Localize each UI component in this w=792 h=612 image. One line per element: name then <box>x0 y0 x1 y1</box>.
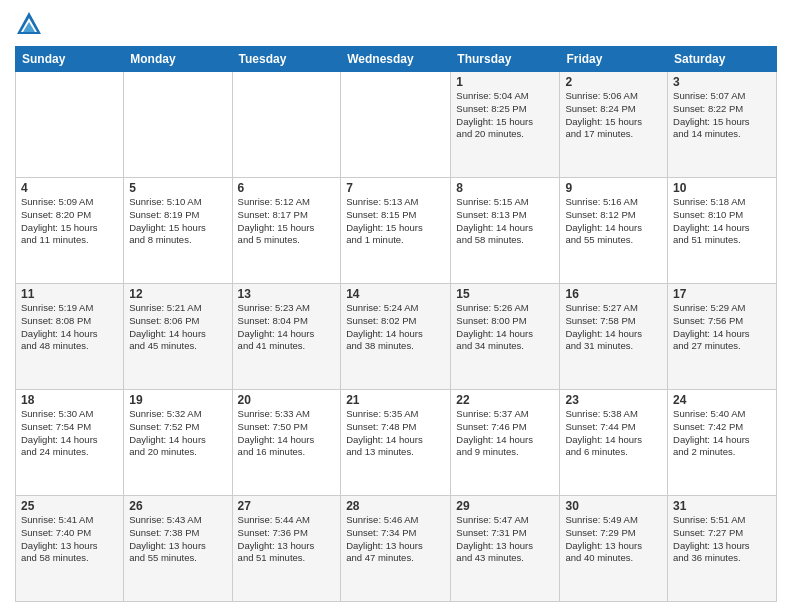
day-cell: 6Sunrise: 5:12 AM Sunset: 8:17 PM Daylig… <box>232 178 341 284</box>
day-number: 17 <box>673 287 771 301</box>
day-number: 25 <box>21 499 118 513</box>
day-info: Sunrise: 5:46 AM Sunset: 7:34 PM Dayligh… <box>346 514 445 565</box>
day-number: 23 <box>565 393 662 407</box>
day-number: 3 <box>673 75 771 89</box>
day-number: 10 <box>673 181 771 195</box>
day-info: Sunrise: 5:38 AM Sunset: 7:44 PM Dayligh… <box>565 408 662 459</box>
day-cell: 23Sunrise: 5:38 AM Sunset: 7:44 PM Dayli… <box>560 390 668 496</box>
day-info: Sunrise: 5:16 AM Sunset: 8:12 PM Dayligh… <box>565 196 662 247</box>
day-cell: 20Sunrise: 5:33 AM Sunset: 7:50 PM Dayli… <box>232 390 341 496</box>
day-info: Sunrise: 5:06 AM Sunset: 8:24 PM Dayligh… <box>565 90 662 141</box>
day-cell: 10Sunrise: 5:18 AM Sunset: 8:10 PM Dayli… <box>668 178 777 284</box>
day-cell: 28Sunrise: 5:46 AM Sunset: 7:34 PM Dayli… <box>341 496 451 602</box>
day-number: 8 <box>456 181 554 195</box>
day-cell <box>124 72 232 178</box>
day-cell: 3Sunrise: 5:07 AM Sunset: 8:22 PM Daylig… <box>668 72 777 178</box>
day-info: Sunrise: 5:26 AM Sunset: 8:00 PM Dayligh… <box>456 302 554 353</box>
weekday-header-friday: Friday <box>560 47 668 72</box>
day-info: Sunrise: 5:47 AM Sunset: 7:31 PM Dayligh… <box>456 514 554 565</box>
day-number: 24 <box>673 393 771 407</box>
day-number: 9 <box>565 181 662 195</box>
day-number: 22 <box>456 393 554 407</box>
weekday-header-thursday: Thursday <box>451 47 560 72</box>
day-info: Sunrise: 5:18 AM Sunset: 8:10 PM Dayligh… <box>673 196 771 247</box>
day-cell: 9Sunrise: 5:16 AM Sunset: 8:12 PM Daylig… <box>560 178 668 284</box>
day-number: 2 <box>565 75 662 89</box>
day-number: 20 <box>238 393 336 407</box>
day-cell: 17Sunrise: 5:29 AM Sunset: 7:56 PM Dayli… <box>668 284 777 390</box>
week-row-4: 18Sunrise: 5:30 AM Sunset: 7:54 PM Dayli… <box>16 390 777 496</box>
day-info: Sunrise: 5:27 AM Sunset: 7:58 PM Dayligh… <box>565 302 662 353</box>
day-number: 14 <box>346 287 445 301</box>
day-info: Sunrise: 5:30 AM Sunset: 7:54 PM Dayligh… <box>21 408 118 459</box>
day-cell: 24Sunrise: 5:40 AM Sunset: 7:42 PM Dayli… <box>668 390 777 496</box>
day-cell: 14Sunrise: 5:24 AM Sunset: 8:02 PM Dayli… <box>341 284 451 390</box>
day-cell: 21Sunrise: 5:35 AM Sunset: 7:48 PM Dayli… <box>341 390 451 496</box>
weekday-header-saturday: Saturday <box>668 47 777 72</box>
day-number: 16 <box>565 287 662 301</box>
day-number: 12 <box>129 287 226 301</box>
weekday-header-row: SundayMondayTuesdayWednesdayThursdayFrid… <box>16 47 777 72</box>
logo <box>15 10 46 38</box>
week-row-5: 25Sunrise: 5:41 AM Sunset: 7:40 PM Dayli… <box>16 496 777 602</box>
logo-icon <box>15 10 43 38</box>
day-cell: 27Sunrise: 5:44 AM Sunset: 7:36 PM Dayli… <box>232 496 341 602</box>
day-info: Sunrise: 5:09 AM Sunset: 8:20 PM Dayligh… <box>21 196 118 247</box>
page: SundayMondayTuesdayWednesdayThursdayFrid… <box>0 0 792 612</box>
header <box>15 10 777 38</box>
day-cell: 22Sunrise: 5:37 AM Sunset: 7:46 PM Dayli… <box>451 390 560 496</box>
day-cell: 1Sunrise: 5:04 AM Sunset: 8:25 PM Daylig… <box>451 72 560 178</box>
day-info: Sunrise: 5:13 AM Sunset: 8:15 PM Dayligh… <box>346 196 445 247</box>
day-number: 11 <box>21 287 118 301</box>
day-number: 28 <box>346 499 445 513</box>
day-cell: 5Sunrise: 5:10 AM Sunset: 8:19 PM Daylig… <box>124 178 232 284</box>
day-info: Sunrise: 5:32 AM Sunset: 7:52 PM Dayligh… <box>129 408 226 459</box>
day-info: Sunrise: 5:07 AM Sunset: 8:22 PM Dayligh… <box>673 90 771 141</box>
day-cell: 2Sunrise: 5:06 AM Sunset: 8:24 PM Daylig… <box>560 72 668 178</box>
day-info: Sunrise: 5:23 AM Sunset: 8:04 PM Dayligh… <box>238 302 336 353</box>
day-cell: 4Sunrise: 5:09 AM Sunset: 8:20 PM Daylig… <box>16 178 124 284</box>
day-info: Sunrise: 5:37 AM Sunset: 7:46 PM Dayligh… <box>456 408 554 459</box>
calendar-table: SundayMondayTuesdayWednesdayThursdayFrid… <box>15 46 777 602</box>
day-number: 18 <box>21 393 118 407</box>
day-number: 26 <box>129 499 226 513</box>
day-number: 1 <box>456 75 554 89</box>
day-number: 30 <box>565 499 662 513</box>
week-row-2: 4Sunrise: 5:09 AM Sunset: 8:20 PM Daylig… <box>16 178 777 284</box>
day-info: Sunrise: 5:33 AM Sunset: 7:50 PM Dayligh… <box>238 408 336 459</box>
day-cell: 18Sunrise: 5:30 AM Sunset: 7:54 PM Dayli… <box>16 390 124 496</box>
day-number: 15 <box>456 287 554 301</box>
day-cell: 15Sunrise: 5:26 AM Sunset: 8:00 PM Dayli… <box>451 284 560 390</box>
day-info: Sunrise: 5:44 AM Sunset: 7:36 PM Dayligh… <box>238 514 336 565</box>
week-row-3: 11Sunrise: 5:19 AM Sunset: 8:08 PM Dayli… <box>16 284 777 390</box>
day-cell: 25Sunrise: 5:41 AM Sunset: 7:40 PM Dayli… <box>16 496 124 602</box>
day-cell: 13Sunrise: 5:23 AM Sunset: 8:04 PM Dayli… <box>232 284 341 390</box>
day-cell: 19Sunrise: 5:32 AM Sunset: 7:52 PM Dayli… <box>124 390 232 496</box>
day-info: Sunrise: 5:12 AM Sunset: 8:17 PM Dayligh… <box>238 196 336 247</box>
day-number: 6 <box>238 181 336 195</box>
day-cell: 30Sunrise: 5:49 AM Sunset: 7:29 PM Dayli… <box>560 496 668 602</box>
day-number: 21 <box>346 393 445 407</box>
day-cell: 11Sunrise: 5:19 AM Sunset: 8:08 PM Dayli… <box>16 284 124 390</box>
day-cell: 31Sunrise: 5:51 AM Sunset: 7:27 PM Dayli… <box>668 496 777 602</box>
day-info: Sunrise: 5:21 AM Sunset: 8:06 PM Dayligh… <box>129 302 226 353</box>
day-cell: 29Sunrise: 5:47 AM Sunset: 7:31 PM Dayli… <box>451 496 560 602</box>
day-number: 31 <box>673 499 771 513</box>
weekday-header-sunday: Sunday <box>16 47 124 72</box>
day-info: Sunrise: 5:35 AM Sunset: 7:48 PM Dayligh… <box>346 408 445 459</box>
day-info: Sunrise: 5:24 AM Sunset: 8:02 PM Dayligh… <box>346 302 445 353</box>
day-number: 13 <box>238 287 336 301</box>
day-cell <box>16 72 124 178</box>
day-info: Sunrise: 5:43 AM Sunset: 7:38 PM Dayligh… <box>129 514 226 565</box>
day-number: 29 <box>456 499 554 513</box>
day-info: Sunrise: 5:04 AM Sunset: 8:25 PM Dayligh… <box>456 90 554 141</box>
day-cell <box>341 72 451 178</box>
day-number: 27 <box>238 499 336 513</box>
day-cell: 8Sunrise: 5:15 AM Sunset: 8:13 PM Daylig… <box>451 178 560 284</box>
day-info: Sunrise: 5:49 AM Sunset: 7:29 PM Dayligh… <box>565 514 662 565</box>
day-number: 7 <box>346 181 445 195</box>
day-info: Sunrise: 5:19 AM Sunset: 8:08 PM Dayligh… <box>21 302 118 353</box>
weekday-header-wednesday: Wednesday <box>341 47 451 72</box>
day-cell <box>232 72 341 178</box>
day-number: 4 <box>21 181 118 195</box>
